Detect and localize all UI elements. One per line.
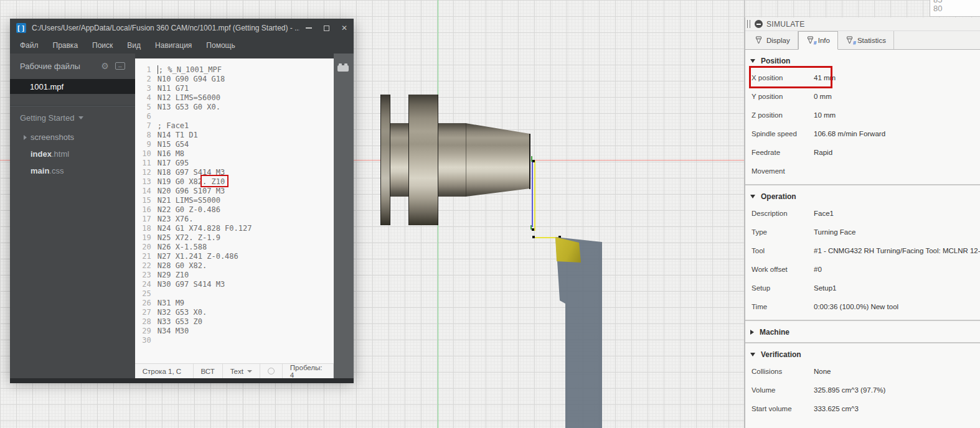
corner-readout: 85 80 [930, 0, 980, 17]
code-line: 29N34 M30 [135, 327, 334, 336]
panel-title: SIMULATE [766, 20, 805, 29]
minimize-button[interactable] [306, 27, 312, 29]
section-divider [745, 184, 980, 185]
code-line: 27N32 G53 X0. [135, 308, 334, 317]
row-spindle-speed: Spindle speed106.68 m/min Forward [745, 124, 980, 143]
row-x-position: X position41 mm [745, 68, 980, 87]
tree-item-screenshots[interactable]: screenshots [24, 133, 125, 142]
menu-find[interactable]: Поиск [92, 41, 113, 50]
code-line: 7; Face1 [135, 121, 334, 131]
editor-titlebar[interactable]: [] C:/Users/User/AppData/Local/Fusion 36… [10, 19, 354, 37]
part-face-edge [529, 134, 530, 189]
menu-help[interactable]: Помощь [206, 41, 235, 50]
code-line: 2N10 G90 G94 G18 [135, 75, 334, 84]
row-tool: Tool#1 - CNMG432 RH Turning/Facing Tool:… [745, 241, 980, 260]
code-line: 1; %_N_1001_MPF [135, 65, 334, 75]
code-line: 23N29 Z10 [135, 271, 334, 280]
toolpath-feed-move [532, 162, 533, 227]
part-flange-wide[interactable] [408, 95, 438, 225]
code-line: 8N14 T1 D1 [135, 131, 334, 140]
simulate-tabs: Display # Info # Statistics [745, 31, 980, 50]
code-line: 28N33 G53 Z0 [135, 317, 334, 327]
working-file-1001mpf[interactable]: 1001.mpf [10, 79, 135, 94]
sidebar-divider [10, 105, 135, 106]
section-position[interactable]: Position [750, 55, 980, 67]
code-line: 20N26 X-1.588 [135, 243, 334, 252]
tab-statistics[interactable]: # Statistics [838, 31, 894, 49]
tree-item-main-css[interactable]: main.css [24, 166, 125, 175]
code-line: 11N17 G95 [135, 159, 334, 168]
menu-navigate[interactable]: Навигация [155, 41, 192, 50]
triangle-down-icon [750, 59, 755, 63]
code-line: 5N13 G53 G0 X0. [135, 103, 334, 112]
row-start-volume: Start volume333.625 cm^3 [745, 399, 980, 418]
toolpath-rapid-retract [534, 160, 535, 231]
gear-icon[interactable]: ⚙ [101, 61, 109, 71]
triangle-down-icon [750, 353, 755, 356]
spaces-indicator[interactable]: Пробелы: 4 [283, 364, 334, 378]
tab-display[interactable]: Display [747, 31, 798, 49]
section-machine[interactable]: Machine [750, 326, 980, 338]
lint-circle-icon [268, 368, 275, 374]
turning-tool-holder [554, 235, 604, 428]
tool-bit-hash-icon: # [846, 36, 854, 45]
code-line: 30 [135, 336, 334, 345]
part-flange-thin[interactable] [380, 95, 390, 225]
project-selector[interactable]: Getting Started [20, 113, 125, 123]
menu-file[interactable]: Файл [20, 41, 39, 50]
row-movement: Movement [745, 162, 980, 180]
simulate-panel-header: SIMULATE [745, 17, 980, 31]
code-line: 18N24 G1 X74.828 F0.127 [135, 224, 334, 233]
tool-bit-hash-icon: # [806, 36, 814, 45]
section-verification[interactable]: Verification [750, 348, 980, 361]
section-divider [745, 342, 980, 343]
tab-info[interactable]: # Info [798, 31, 838, 50]
code-line: 10N16 M8 [135, 149, 334, 159]
working-files-label: Рабочие файлы [20, 62, 101, 71]
simulate-panel: SIMULATE Display # Info # Statistics Pos… [745, 17, 980, 428]
editor-statusbar: Строка 1, С ВСТ Text Пробелы: 4 [135, 363, 334, 378]
chevron-down-icon [78, 116, 83, 119]
extension-manager-icon[interactable] [337, 63, 350, 73]
editor-bottom-strip [10, 378, 354, 383]
close-button[interactable]: ✕ [341, 24, 347, 32]
menu-edit[interactable]: Правка [53, 41, 78, 50]
section-operation[interactable]: Operation [750, 190, 980, 203]
maximize-button[interactable] [324, 26, 329, 31]
code-line: 9N15 G54 [135, 140, 334, 149]
code-line: 22N28 G0 X82. [135, 261, 334, 271]
row-work-offset: Work offset#0 [745, 260, 980, 279]
chevron-down-icon [247, 370, 252, 373]
panel-collapse-icon[interactable] [755, 20, 763, 28]
triangle-down-icon [750, 195, 755, 198]
code-line: 12N18 G97 S414 M3 [135, 168, 334, 177]
row-y-position: Y position0 mm [745, 87, 980, 106]
insert-mode-indicator[interactable]: ВСТ [194, 364, 223, 378]
code-line: 3N11 G71 [135, 84, 334, 93]
toolpath-point [532, 228, 534, 231]
cursor-position-indicator[interactable]: Строка 1, С [135, 364, 194, 378]
editor-menubar: Файл Правка Поиск Вид Навигация Помощь [10, 37, 354, 54]
part-cone-edge [466, 123, 466, 197]
row-description: DescriptionFace1 [745, 204, 980, 223]
editor-window: [] C:/Users/User/AppData/Local/Fusion 36… [10, 19, 354, 379]
split-view-icon[interactable]: ↔ [115, 62, 125, 70]
code-line: 4N12 LIMS=S6000 [135, 93, 334, 103]
tree-item-index-html[interactable]: index.html [24, 149, 125, 159]
code-line: 19N25 X72. Z-1.9 [135, 233, 334, 243]
code-editor-area[interactable]: 1; %_N_1001_MPF 2N10 G90 G94 G18 3N11 G7… [135, 58, 334, 363]
code-line: 6 [135, 112, 334, 121]
brackets-logo-icon: [] [16, 23, 26, 33]
row-collisions: CollisionsNone [745, 362, 980, 381]
row-volume: Volume325.895 cm^3 (97.7%) [745, 381, 980, 399]
lint-status-indicator[interactable] [260, 364, 283, 378]
panel-drag-grip[interactable] [747, 20, 750, 28]
editor-sidebar: Рабочие файлы ⚙ ↔ 1001.mpf Getting Start… [10, 54, 135, 378]
code-line: 14N20 G96 S107 M3 [135, 187, 334, 196]
code-line: 21N27 X1.241 Z-0.486 [135, 252, 334, 261]
syntax-mode-dropdown[interactable]: Text [223, 364, 260, 378]
menu-view[interactable]: Вид [127, 41, 141, 50]
code-line: 26N31 M9 [135, 299, 334, 308]
code-line: 16N22 G0 Z-0.486 [135, 205, 334, 215]
code-line: 24N30 G97 S414 M3 [135, 280, 334, 289]
